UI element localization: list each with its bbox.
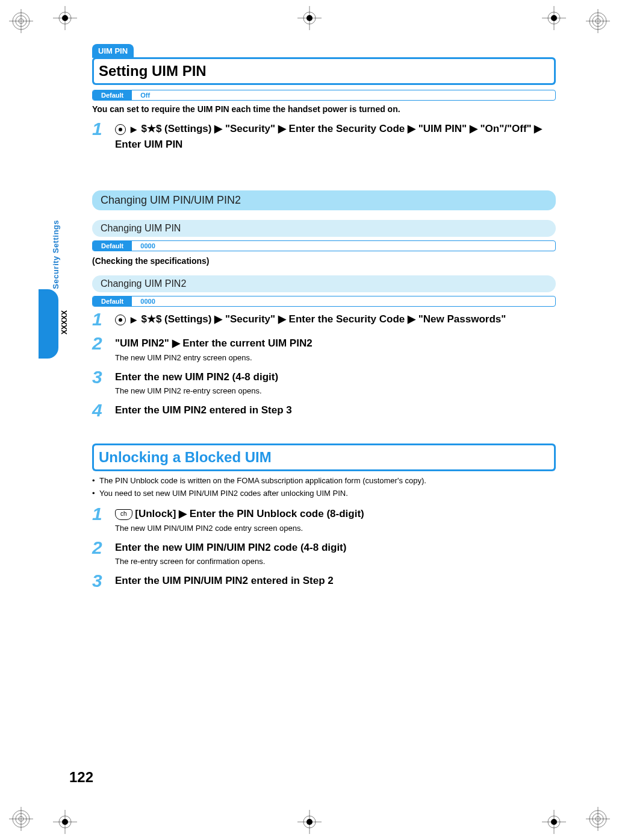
intro-text: You can set to require the UIM PIN each …	[92, 104, 556, 114]
step-number: 2	[92, 539, 108, 566]
step-instruction: Enter the new UIM PIN/UIM PIN2 code (4-8…	[115, 540, 556, 556]
subsubsection-title: Changing UIM PIN	[92, 220, 556, 237]
step: 2 Enter the new UIM PIN/UIM PIN2 code (4…	[92, 539, 556, 566]
center-key-icon	[115, 124, 126, 135]
step-number: 1	[92, 505, 108, 533]
step-number: 3	[92, 368, 108, 396]
subsection-title: Changing UIM PIN/UIM PIN2	[92, 190, 556, 210]
section-title-bar: Unlocking a Blocked UIM	[92, 444, 556, 471]
step: 1 ▶ $★$ (Settings) ▶ "Security" ▶ Enter …	[92, 310, 556, 328]
default-label: Default	[93, 296, 132, 306]
step-number: 3	[92, 572, 108, 590]
ch-key-icon: ch	[115, 509, 132, 520]
center-key-icon	[115, 315, 126, 325]
step-instruction: Enter the UIM PIN/UIM PIN2 entered in St…	[115, 573, 556, 589]
bullet-item: The PIN Unblock code is written on the F…	[92, 476, 556, 485]
default-label: Default	[93, 90, 132, 100]
step-instruction: "UIM PIN2" ▶ Enter the current UIM PIN2	[115, 336, 556, 351]
page-content: Security Settings XXXXX UIM PIN Setting …	[69, 57, 556, 783]
crop-mark-icon	[53, 810, 77, 834]
step: 3 Enter the UIM PIN/UIM PIN2 entered in …	[92, 572, 556, 590]
section-title: Unlocking a Blocked UIM	[99, 449, 272, 465]
crop-mark-icon	[542, 810, 566, 834]
step-note: The re-entry screen for confirmation ope…	[115, 557, 556, 566]
default-value: 0000	[132, 241, 555, 251]
side-tab: Security Settings	[51, 220, 60, 289]
subsubsection-title: Changing UIM PIN2	[92, 275, 556, 292]
step-instruction: ch [Unlock] ▶ Enter the PIN Unblock code…	[115, 506, 556, 522]
page-number: 122	[69, 769, 93, 786]
crop-mark-icon	[297, 810, 322, 834]
step-instruction: ▶ $★$ (Settings) ▶ "Security" ▶ Enter th…	[115, 312, 556, 327]
checking-spec-text: (Checking the specifications)	[92, 256, 556, 266]
default-row: Default Off	[92, 90, 556, 101]
step-instruction: Enter the UIM PIN2 entered in Step 3	[115, 403, 556, 418]
default-row: Default 0000	[92, 296, 556, 307]
crop-mark-icon	[53, 6, 77, 30]
step: 2 "UIM PIN2" ▶ Enter the current UIM PIN…	[92, 334, 556, 362]
default-label: Default	[93, 241, 132, 251]
step-instruction: Enter the new UIM PIN2 (4-8 digit)	[115, 369, 556, 385]
side-chapter-tab: XXXXX	[39, 289, 58, 359]
step-number: 4	[92, 401, 108, 419]
section-title: Setting UIM PIN	[99, 63, 207, 79]
registration-mark-icon	[9, 807, 33, 831]
step-note: The new UIM PIN2 entry screen opens.	[115, 353, 556, 362]
bullet-list: The PIN Unblock code is written on the F…	[92, 476, 556, 498]
step-number: 1	[92, 120, 108, 152]
side-chapter-label: XXXXX	[60, 310, 69, 334]
default-row: Default 0000	[92, 240, 556, 251]
step: 1 ▶ $★$ (Settings) ▶ "Security" ▶ Enter …	[92, 120, 556, 152]
step-number: 1	[92, 310, 108, 328]
step-instruction: ▶ $★$ (Settings) ▶ "Security" ▶ Enter th…	[115, 121, 556, 152]
crop-mark-icon	[297, 6, 322, 30]
bullet-item: You need to set new UIM PIN/UIM PIN2 cod…	[92, 489, 556, 498]
section-title-bar: Setting UIM PIN	[92, 57, 556, 85]
crop-mark-icon	[542, 6, 566, 30]
registration-mark-icon	[586, 807, 610, 831]
step: 4 Enter the UIM PIN2 entered in Step 3	[92, 401, 556, 419]
default-value: Off	[132, 90, 555, 100]
step-number: 2	[92, 334, 108, 362]
step: 1 ch [Unlock] ▶ Enter the PIN Unblock co…	[92, 505, 556, 533]
step: 3 Enter the new UIM PIN2 (4-8 digit) The…	[92, 368, 556, 396]
step-note: The new UIM PIN2 re-entry screen opens.	[115, 386, 556, 395]
registration-mark-icon	[9, 9, 33, 33]
section-category: UIM PIN	[92, 44, 134, 58]
default-value: 0000	[132, 296, 555, 306]
side-tab-label: Security Settings	[51, 220, 60, 289]
registration-mark-icon	[586, 9, 610, 33]
step-note: The new UIM PIN/UIM PIN2 code entry scre…	[115, 524, 556, 533]
